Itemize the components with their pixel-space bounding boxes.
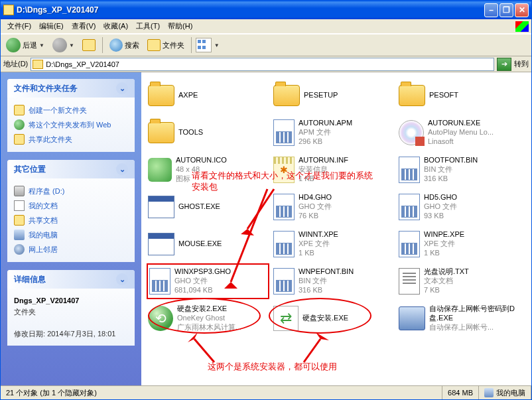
- status-location: 我的电脑: [479, 386, 531, 399]
- menu-help[interactable]: 帮助(H): [164, 20, 196, 33]
- file-item[interactable]: HD4.GHO GHO 文件 76 KB: [272, 189, 395, 225]
- collapse-icon[interactable]: ⌄: [116, 163, 128, 175]
- file-icon: [273, 119, 295, 146]
- sidebar-place-item[interactable]: 程序盘 (D:): [14, 184, 128, 198]
- sidebar-task-item[interactable]: 将这个文件夹发布到 Web: [14, 117, 128, 132]
- file-item[interactable]: WINNT.XPE XPE 文件 1 KB: [272, 226, 395, 262]
- menu-file[interactable]: 文件(F): [3, 20, 35, 33]
- back-button[interactable]: 后退▼: [3, 36, 47, 54]
- menu-favorites[interactable]: 收藏(A): [100, 20, 132, 33]
- file-name: 硬盘安装.EXE: [302, 314, 348, 323]
- go-button[interactable]: ➔: [497, 58, 511, 71]
- file-item[interactable]: AUTORUN.INF 安装信息 1 KB: [272, 152, 395, 188]
- file-pane[interactable]: AXPE PESETUP PESOFT TOOLS AUTORUN.APM AP…: [141, 72, 531, 385]
- file-meta: 48 x 48: [176, 165, 227, 174]
- file-item[interactable]: GHOST.EXE: [147, 189, 269, 225]
- file-item[interactable]: HD5.GHO GHO 文件 93 KB: [397, 189, 520, 225]
- tasks-header[interactable]: 文件和文件夹任务⌄: [7, 79, 135, 98]
- minimize-button[interactable]: –: [484, 3, 498, 17]
- file-icon: [148, 196, 174, 218]
- file-item[interactable]: 硬盘安装2.EXE OneKey Ghost 广东雨林木风计算...: [147, 300, 269, 336]
- menu-view[interactable]: 查看(V): [68, 20, 100, 33]
- file-text: HD5.GHO GHO 文件 93 KB: [424, 193, 457, 220]
- arrow-icon: [184, 332, 224, 366]
- collapse-icon[interactable]: ⌄: [116, 273, 128, 285]
- file-item[interactable]: PESETUP: [272, 78, 395, 113]
- file-item[interactable]: BOOTFONT.BIN BIN 文件 316 KB: [397, 152, 520, 188]
- file-icon: [273, 194, 295, 220]
- folder-icon: [33, 60, 43, 69]
- go-label[interactable]: 转到: [514, 59, 529, 69]
- tasks-panel: 文件和文件夹任务⌄ 创建一个新文件夹将这个文件夹发布到 Web共享此文件夹: [7, 79, 135, 152]
- file-icon: [148, 306, 173, 331]
- file-item[interactable]: AUTORUN.EXE AutoPlay Menu Lo... Linasoft: [397, 115, 520, 151]
- details-name: Dngs_XP_V201407: [14, 297, 79, 304]
- file-text: WINXPSP3.GHO GHO 文件 681,094 KB: [174, 267, 231, 295]
- file-item[interactable]: WINPE.XPE XPE 文件 1 KB: [397, 226, 520, 262]
- file-item[interactable]: TOOLS: [147, 115, 269, 151]
- address-field[interactable]: D:\Dngs_XP_V201407: [31, 58, 494, 71]
- maximize-button[interactable]: ❐: [499, 3, 513, 17]
- task-label: 创建一个新文件夹: [29, 105, 87, 115]
- details-header[interactable]: 详细信息⌄: [7, 270, 135, 289]
- menu-tools[interactable]: 工具(T): [132, 20, 164, 33]
- file-meta: 93 KB: [424, 212, 457, 221]
- file-meta: 1 KB: [299, 174, 348, 184]
- folders-icon: [147, 39, 161, 51]
- folders-button[interactable]: 文件夹: [145, 38, 187, 52]
- file-name: MOUSE.EXE: [178, 239, 222, 249]
- close-button[interactable]: ✕: [515, 3, 529, 17]
- status-size: 684 MB: [442, 386, 479, 399]
- view-mode-button[interactable]: [196, 38, 212, 52]
- doc-icon: [14, 200, 25, 211]
- separator: [191, 37, 192, 53]
- file-text: AUTORUN.APM APM 文件 296 KB: [299, 119, 352, 146]
- file-text: GHOST.EXE: [178, 202, 220, 212]
- sidebar-task-item[interactable]: 创建一个新文件夹: [14, 103, 128, 117]
- search-button[interactable]: 搜索: [107, 37, 142, 53]
- file-text: AUTORUN.ICO 48 x 48 图标: [176, 156, 227, 183]
- file-icon: [149, 268, 170, 295]
- sidebar-place-item[interactable]: 共享文档: [14, 213, 128, 228]
- chevron-down-icon: ▼: [69, 42, 74, 48]
- collapse-icon[interactable]: ⌄: [116, 82, 128, 94]
- file-item[interactable]: WINXPSP3.GHO GHO 文件 681,094 KB: [147, 263, 269, 299]
- net-icon: [14, 244, 25, 255]
- file-name: AUTORUN.ICO: [176, 156, 227, 165]
- file-text: 硬盘安装.EXE: [302, 314, 348, 323]
- file-text: 光盘说明.TXT 文本文档 7 KB: [424, 267, 469, 295]
- globe-icon: [14, 119, 25, 130]
- search-icon: [109, 38, 123, 52]
- file-item[interactable]: AXPE: [147, 78, 269, 113]
- titlebar[interactable]: D:\Dngs_XP_V201407 – ❐ ✕: [1, 1, 531, 19]
- sidebar-place-item[interactable]: 我的文档: [14, 198, 128, 213]
- file-item[interactable]: 光盘说明.TXT 文本文档 7 KB: [397, 263, 520, 299]
- file-item[interactable]: WNPEFONT.BIN BIN 文件 316 KB: [272, 263, 395, 299]
- file-icon: [148, 158, 172, 182]
- sidebar-place-item[interactable]: 我的电脑: [14, 228, 128, 242]
- file-item[interactable]: MOUSE.EXE: [147, 226, 269, 262]
- address-label: 地址(D): [3, 59, 28, 69]
- separator: [102, 37, 103, 53]
- back-icon: [6, 38, 21, 52]
- other-header[interactable]: 其它位置⌄: [7, 160, 135, 178]
- file-item[interactable]: ⇄ 硬盘安装.EXE: [272, 300, 395, 336]
- sidebar-place-item[interactable]: 网上邻居: [14, 242, 128, 257]
- forward-button[interactable]: ▼: [50, 36, 77, 54]
- folder-icon: [14, 215, 25, 226]
- up-button[interactable]: [80, 38, 98, 52]
- sidebar-task-item[interactable]: 共享此文件夹: [14, 132, 128, 147]
- statusbar: 21 个对象 (加 1 个隐藏对象) 684 MB 我的电脑: [1, 385, 531, 399]
- file-meta: XPE 文件: [299, 239, 338, 249]
- file-item[interactable]: AUTORUN.APM APM 文件 296 KB: [272, 115, 395, 151]
- file-name: AUTORUN.INF: [299, 156, 348, 165]
- file-item[interactable]: 自动保存上网帐号密码到D盘.EXE 自动保存上网帐号...: [397, 300, 520, 336]
- chevron-down-icon[interactable]: ▼: [214, 42, 220, 48]
- body: 文件和文件夹任务⌄ 创建一个新文件夹将这个文件夹发布到 Web共享此文件夹 其它…: [1, 72, 531, 385]
- file-item[interactable]: AUTORUN.ICO 48 x 48 图标: [147, 152, 269, 188]
- menu-edit[interactable]: 编辑(E): [35, 20, 68, 33]
- file-name: TOOLS: [178, 128, 203, 137]
- file-text: HD4.GHO GHO 文件 76 KB: [299, 193, 332, 220]
- file-icon: [148, 85, 174, 106]
- file-item[interactable]: PESOFT: [397, 78, 520, 113]
